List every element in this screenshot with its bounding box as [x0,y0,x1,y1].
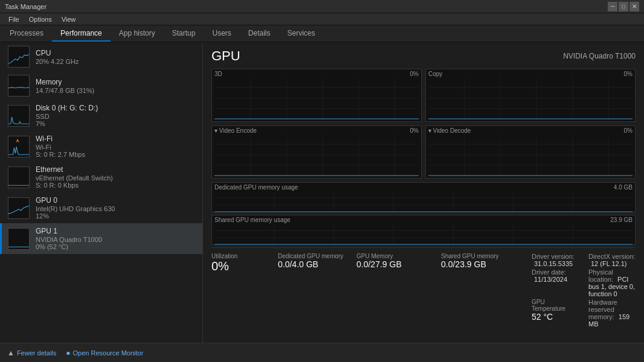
info-driver-date-key: Driver date: [532,268,566,276]
detail-panel: GPU NVIDIA Quadro T1000 3D 0% [203,42,644,343]
sidebar-item-disk[interactable]: Disk 0 (H: G: C: D:) SSD 7% [0,100,202,131]
chart-video-encode-label: ▾ Video Encode 0% [214,127,419,134]
menu-options[interactable]: Options [24,14,57,24]
chart-dedicated-mem-label: Dedicated GPU memory usage 4.0 GB [214,184,633,191]
main-area: CPU 20% 4.22 GHz Memory 14.7/47.8 GB (31… [0,42,644,343]
wifi-thumbnail [8,136,30,157]
tab-users[interactable]: Users [204,25,239,42]
stat-shared-gpu-mem: Shared GPU memory 0.0/23.9 GB [441,253,514,328]
tab-app-history[interactable]: App history [111,25,164,42]
menu-view[interactable]: View [57,14,81,24]
sidebar-item-gpu0[interactable]: GPU 0 Intel(R) UHD Graphics 630 12% [0,192,202,223]
wifi-sub2: S: 0 R: 2.7 Mbps [36,151,196,158]
wifi-sub: Wi-Fi [36,144,196,151]
chart-copy-pct: 0% [624,71,633,77]
menu-file[interactable]: File [4,14,24,24]
detail-header: GPU NVIDIA Quadro T1000 [211,48,636,64]
gpu1-label: GPU 1 [36,227,196,235]
svg-rect-2 [8,106,29,126]
sidebar-item-memory[interactable]: Memory 14.7/47.8 GB (31%) [0,71,202,100]
info-driver-version-key: Driver version: [532,253,575,260]
chart-video-encode: ▾ Video Encode 0% [211,125,422,179]
chart-video-encode-pct: 0% [410,127,419,134]
chart-dedicated-mem: Dedicated GPU memory usage 4.0 GB [211,182,636,212]
cpu-thumbnail [8,46,30,68]
chart-3d: 3D 0% [211,69,422,122]
open-resource-monitor-link[interactable]: Open Resource Monitor [73,349,144,357]
chart-shared-mem-title: Shared GPU memory usage [214,217,291,223]
chart-video-decode-label: ▾ Video Decode 0% [428,127,633,134]
gpu1-sub: NVIDIA Quadro T1000 [36,236,196,243]
minimize-button[interactable]: ─ [608,2,617,11]
sidebar-item-gpu1[interactable]: GPU 1 NVIDIA Quadro T1000 0% (52 °C) [0,223,202,254]
chart-video-decode-area [428,134,633,176]
info-driver-version: Driver version: 31.0.15.5335 [532,253,579,267]
memory-sub: 14.7/47.8 GB (31%) [36,87,196,94]
title-bar-controls: ─ □ ✕ [608,2,639,11]
title-bar-title: Task Manager [5,3,47,10]
sidebar-item-cpu[interactable]: CPU 20% 4.22 GHz [0,42,202,71]
info-physical-location-key: Physical location: [588,268,613,283]
detail-subtitle: NVIDIA Quadro T1000 [563,48,636,60]
info-driver-date: Driver date: 11/13/2024 [532,268,579,297]
svg-rect-52 [214,223,633,245]
sidebar-item-wifi[interactable]: Wi-Fi Wi-Fi S: 0 R: 2.7 Mbps [0,131,202,162]
stat-dedicated-gpu-mem-label: Dedicated GPU memory [278,253,344,259]
svg-rect-0 [8,46,29,67]
chart-video-decode-title: ▾ Video Decode [428,127,471,134]
chart-dedicated-mem-right: 4.0 GB [614,184,633,191]
stat-utilization: Utilization 0% [211,253,266,328]
stat-dedicated-gpu-mem: Dedicated GPU memory 0.0/4.0 GB [278,253,344,328]
chart-shared-mem: Shared GPU memory usage 23.9 GB [211,215,636,245]
tab-startup[interactable]: Startup [164,25,204,42]
chart-dedicated-mem-title: Dedicated GPU memory usage [214,184,298,191]
title-bar: Task Manager ─ □ ✕ [0,0,644,13]
chart-3d-title: 3D [214,71,222,77]
chart-shared-mem-right: 23.9 GB [610,217,633,223]
memory-thumbnail [8,75,30,97]
chart-copy: Copy 0% [425,69,636,122]
stats-section: Utilization 0% Dedicated GPU memory 0.0/… [211,247,636,328]
info-driver-version-val: 31.0.15.5335 [534,260,573,267]
open-resource-monitor-container: ● Open Resource Monitor [66,349,143,357]
info-physical-location: Physical location: PCI bus 1, device 0, … [588,268,636,297]
chart-shared-mem-label: Shared GPU memory usage 23.9 GB [214,217,633,223]
stat-utilization-label: Utilization [211,253,266,259]
chart-copy-area [428,77,633,119]
info-driver-date-val: 11/13/2024 [534,276,567,283]
info-hw-reserved-key: Hardware reserved memory: [588,299,617,320]
stat-gpu-temp: GPU Temperature 52 °C [532,299,579,328]
tab-processes[interactable]: Processes [1,25,52,42]
tab-performance[interactable]: Performance [52,25,111,42]
tab-services[interactable]: Services [279,25,324,42]
disk-sub: SSD [36,113,196,120]
wifi-info: Wi-Fi Wi-Fi S: 0 R: 2.7 Mbps [36,135,196,158]
chart-3d-area [214,77,419,119]
disk-sub2: 7% [36,120,196,127]
memory-label: Memory [36,78,196,86]
ethernet-info: Ethernet vEthernet (Default Switch) S: 0… [36,165,196,189]
chart-video-encode-title: ▾ Video Encode [214,127,257,134]
stat-dedicated-gpu-mem-value: 0.0/4.0 GB [278,259,344,269]
info-directx: DirectX version: 12 (FL 12.1) [588,253,636,267]
chart-copy-label: Copy 0% [428,71,633,77]
menu-bar: File Options View [0,13,644,25]
chart-3d-pct: 0% [410,71,419,77]
stat-gpu-temp-label: GPU Temperature [532,299,579,312]
ethernet-sub2: S: 0 R: 0 Kbps [36,182,196,189]
sidebar-item-ethernet[interactable]: Ethernet vEthernet (Default Switch) S: 0… [0,162,202,192]
ethernet-thumbnail [8,167,30,188]
cpu-info: CPU 20% 4.22 GHz [36,49,196,65]
cpu-sub: 20% 4.22 GHz [36,58,196,65]
svg-rect-4 [8,167,29,188]
svg-rect-1 [8,75,29,96]
close-button[interactable]: ✕ [630,2,639,11]
svg-rect-3 [8,136,29,157]
bottom-bar: ▲ Fewer details ● Open Resource Monitor [0,343,644,362]
chart-copy-title: Copy [428,71,442,77]
chart-shared-mem-area [214,223,633,245]
tab-details[interactable]: Details [240,25,279,42]
fewer-details-link[interactable]: Fewer details [17,349,56,357]
maximize-button[interactable]: □ [619,2,628,11]
fewer-details-icon: ▲ [7,349,14,357]
